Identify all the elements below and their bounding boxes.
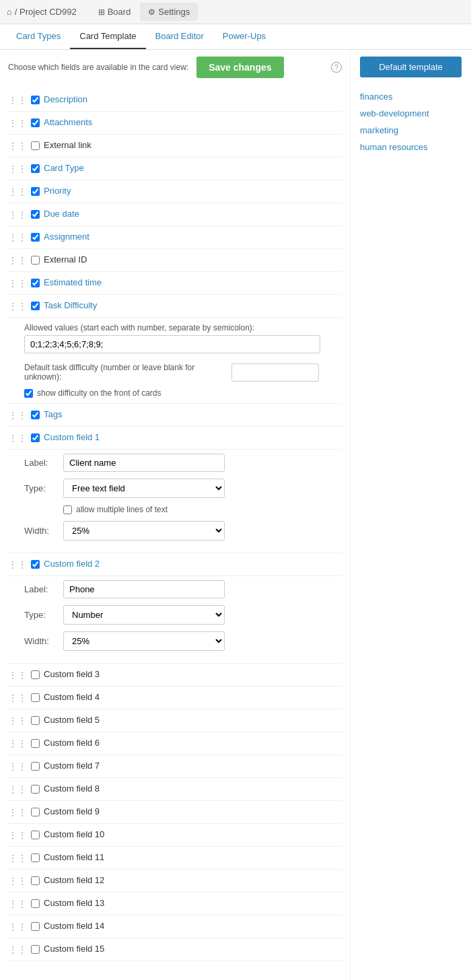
label-tags: Tags	[44, 409, 62, 419]
custom-1-multiline-checkbox[interactable]	[63, 505, 72, 514]
drag-handle-external-link[interactable]: ⋮⋮	[8, 140, 27, 151]
field-row-due-date: ⋮⋮ Due date	[8, 203, 342, 226]
label-priority: Priority	[44, 186, 71, 196]
checkbox-estimated-time[interactable]	[31, 279, 40, 287]
checkbox-custom-6[interactable]	[31, 739, 40, 748]
field-row-custom-field-5: ⋮⋮ Custom field 5	[8, 709, 342, 732]
checkbox-custom-7[interactable]	[31, 762, 40, 771]
save-changes-button[interactable]: Save changes	[196, 57, 283, 78]
board-nav-button[interactable]: ⊞ Board	[90, 3, 139, 21]
allowed-values-input[interactable]	[24, 335, 320, 353]
drag-handle-custom-15[interactable]: ⋮⋮	[8, 944, 27, 955]
field-row-custom-field-8: ⋮⋮ Custom field 8	[8, 778, 342, 801]
drag-handle-custom-2[interactable]: ⋮⋮	[8, 559, 27, 570]
custom-1-width-select[interactable]: 25% 50% 75% 100%	[63, 521, 225, 540]
settings-nav-button[interactable]: ⚙ Settings	[140, 3, 198, 21]
drag-handle-description[interactable]: ⋮⋮	[8, 94, 27, 106]
checkbox-custom-13[interactable]	[31, 899, 40, 908]
custom-2-type-select[interactable]: Free text field Number Date Dropdown Che…	[63, 605, 225, 625]
drag-handle-attachments[interactable]: ⋮⋮	[8, 117, 27, 129]
drag-handle-task-difficulty[interactable]: ⋮⋮	[8, 300, 27, 312]
checkbox-custom-8[interactable]	[31, 785, 40, 794]
custom-1-type-select[interactable]: Free text field Number Date Dropdown Che…	[63, 479, 225, 498]
drag-handle-custom-6[interactable]: ⋮⋮	[8, 738, 27, 749]
board-nav-label: Board	[108, 7, 131, 17]
grid-icon: ⊞	[98, 7, 105, 17]
drag-handle-external-id[interactable]: ⋮⋮	[8, 254, 27, 266]
drag-handle-custom-13[interactable]: ⋮⋮	[8, 898, 27, 909]
field-row-description: ⋮⋮ Description	[8, 89, 342, 112]
label-custom-6: Custom field 6	[44, 738, 100, 748]
checkbox-custom-4[interactable]	[31, 693, 40, 702]
drag-handle-custom-8[interactable]: ⋮⋮	[8, 783, 27, 795]
save-bar-text: Choose which fields are available in the…	[8, 63, 188, 72]
field-row-custom-field-2: ⋮⋮ Custom field 2	[8, 553, 342, 576]
field-row-card-type: ⋮⋮ Card Type	[8, 158, 342, 180]
checkbox-external-link[interactable]	[31, 141, 40, 150]
drag-handle-custom-4[interactable]: ⋮⋮	[8, 692, 27, 703]
sidebar-link-2[interactable]: marketing	[360, 122, 462, 139]
drag-handle-card-type[interactable]: ⋮⋮	[8, 163, 27, 174]
checkbox-description[interactable]	[31, 96, 40, 104]
sidebar-link-0[interactable]: finances	[360, 88, 462, 105]
custom-field-1-expanded: Label: Type: Free text field Number Date…	[8, 450, 342, 553]
gear-icon: ⚙	[148, 7, 155, 17]
drag-handle-custom-11[interactable]: ⋮⋮	[8, 852, 27, 864]
checkbox-card-type[interactable]	[31, 164, 40, 173]
drag-handle-priority[interactable]: ⋮⋮	[8, 186, 27, 197]
info-icon: ?	[331, 62, 342, 73]
tab-board-editor[interactable]: Board Editor	[146, 24, 213, 49]
checkbox-attachments[interactable]	[31, 118, 40, 127]
checkbox-priority[interactable]	[31, 187, 40, 196]
checkbox-custom-14[interactable]	[31, 922, 40, 931]
checkbox-custom-11[interactable]	[31, 853, 40, 862]
label-label-custom-1: Label:	[24, 458, 58, 468]
drag-handle-custom-9[interactable]: ⋮⋮	[8, 806, 27, 818]
custom-2-label-input[interactable]	[63, 580, 225, 598]
checkbox-task-difficulty[interactable]	[31, 302, 40, 310]
sidebar-link-1[interactable]: web-development	[360, 105, 462, 122]
field-row-custom-field-10: ⋮⋮ Custom field 10	[8, 824, 342, 847]
field-row-assignment: ⋮⋮ Assignment	[8, 226, 342, 249]
drag-handle-custom-10[interactable]: ⋮⋮	[8, 829, 27, 841]
home-icon[interactable]: ⌂	[7, 7, 12, 17]
drag-handle-assignment[interactable]: ⋮⋮	[8, 232, 27, 243]
checkbox-custom-1[interactable]	[31, 433, 40, 442]
drag-handle-custom-14[interactable]: ⋮⋮	[8, 921, 27, 932]
checkbox-custom-5[interactable]	[31, 716, 40, 725]
checkbox-custom-2[interactable]	[31, 560, 40, 569]
drag-handle-custom-3[interactable]: ⋮⋮	[8, 669, 27, 680]
drag-handle-custom-5[interactable]: ⋮⋮	[8, 715, 27, 726]
drag-handle-due-date[interactable]: ⋮⋮	[8, 209, 27, 220]
default-template-button[interactable]: Default template	[360, 57, 462, 77]
allowed-values-label: Allowed values (start each with number, …	[24, 323, 342, 332]
drag-handle-custom-7[interactable]: ⋮⋮	[8, 761, 27, 772]
drag-handle-tags[interactable]: ⋮⋮	[8, 409, 27, 421]
field-row-custom-field-6: ⋮⋮ Custom field 6	[8, 732, 342, 755]
tab-card-template[interactable]: Card Template	[70, 24, 145, 49]
tab-power-ups[interactable]: Power-Ups	[213, 24, 275, 49]
drag-handle-custom-12[interactable]: ⋮⋮	[8, 875, 27, 886]
breadcrumb: ⌂ / Project CD992	[7, 7, 77, 17]
field-row-custom-field-3: ⋮⋮ Custom field 3	[8, 664, 342, 687]
sidebar-link-3[interactable]: human resources	[360, 139, 462, 155]
checkbox-due-date[interactable]	[31, 210, 40, 219]
drag-handle-estimated-time[interactable]: ⋮⋮	[8, 277, 27, 289]
custom-2-width-select[interactable]: 25% 50% 75% 100%	[63, 631, 225, 651]
field-row-custom-field-13: ⋮⋮ Custom field 13	[8, 893, 342, 915]
drag-handle-custom-1[interactable]: ⋮⋮	[8, 432, 27, 444]
show-difficulty-checkbox[interactable]	[24, 389, 33, 398]
checkbox-external-id[interactable]	[31, 256, 40, 265]
checkbox-assignment[interactable]	[31, 233, 40, 242]
custom-1-label-input[interactable]	[63, 454, 225, 472]
width-label-custom-2: Width:	[24, 636, 58, 646]
checkbox-custom-10[interactable]	[31, 831, 40, 839]
checkbox-custom-3[interactable]	[31, 670, 40, 679]
checkbox-custom-12[interactable]	[31, 876, 40, 885]
default-difficulty-input[interactable]	[231, 363, 319, 382]
checkbox-custom-15[interactable]	[31, 945, 40, 954]
tab-card-types[interactable]: Card Types	[7, 24, 70, 49]
field-row-custom-field-7: ⋮⋮ Custom field 7	[8, 755, 342, 778]
checkbox-tags[interactable]	[31, 411, 40, 419]
checkbox-custom-9[interactable]	[31, 808, 40, 816]
